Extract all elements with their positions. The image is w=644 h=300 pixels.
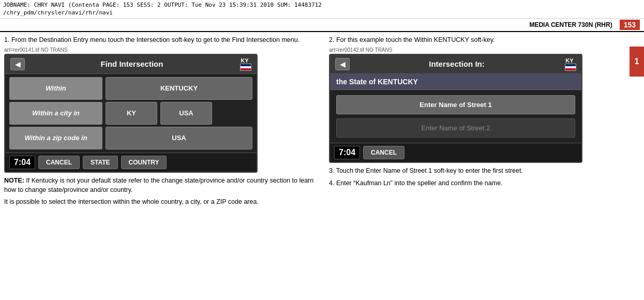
nav-body-1: Within KENTUCKY Within a city in KY USA … bbox=[5, 74, 257, 153]
nav-back-btn-2[interactable]: ◀ bbox=[335, 58, 350, 70]
nav-header-2: ◀ Intersection In: KY bbox=[330, 55, 581, 74]
cancel-btn-2[interactable]: CANCEL bbox=[363, 146, 405, 159]
left-art-label: art=rer00141.tif NO TRANS bbox=[4, 47, 325, 53]
nav-row-city: Within a city in KY USA bbox=[9, 102, 252, 125]
title-bar: MEDIA CENTER 730N (RHR) 153 bbox=[0, 19, 644, 32]
note-text-2: It is possible to select the intersectio… bbox=[4, 197, 325, 207]
left-column: 1. From the Destination Entry menu touch… bbox=[4, 35, 325, 207]
left-instruction: 1. From the Destination Entry menu touch… bbox=[4, 35, 325, 45]
nav-title-2: Intersection In: bbox=[350, 59, 564, 68]
right-instruction: 2. For this example touch the Within KEN… bbox=[329, 35, 634, 45]
nav-bottom-bar-1: 7:04 CANCEL STATE COUNTRY bbox=[5, 153, 257, 172]
page-number: 153 bbox=[620, 20, 640, 30]
nav-flag-area-2: KY bbox=[564, 57, 576, 71]
header-line1: JOBNAME: CHRY NAVI (Contenta PAGE: 153 S… bbox=[3, 1, 641, 9]
main-content: 1. From the Destination Entry menu touch… bbox=[0, 32, 644, 209]
within-label[interactable]: Within bbox=[9, 77, 102, 100]
usa-btn-city[interactable]: USA bbox=[160, 102, 212, 125]
step4-text: 4. Enter “Kaufman Ln” into the speller a… bbox=[329, 178, 634, 188]
street1-btn[interactable]: Enter Name of Street 1 bbox=[336, 95, 575, 114]
ky-flag-2 bbox=[565, 64, 576, 71]
nav-screen-2: ◀ Intersection In: KY the State of KENTU… bbox=[329, 54, 582, 163]
street2-btn: Enter Name of Street 2 bbox=[336, 118, 575, 138]
note-text: NOTE: If Kentucky is not your default st… bbox=[4, 176, 325, 196]
title-label: MEDIA CENTER 730N (RHR) bbox=[529, 21, 612, 28]
kentucky-btn[interactable]: KENTUCKY bbox=[106, 77, 252, 100]
nav-time-1: 7:04 bbox=[9, 156, 35, 169]
nav-bottom-bar-2: 7:04 CANCEL bbox=[330, 143, 581, 162]
country-btn[interactable]: COUNTRY bbox=[121, 156, 167, 169]
ky-label-1: KY bbox=[241, 57, 248, 64]
page-tab: 1 bbox=[630, 47, 644, 77]
step3-text: 3. Touch the Enter Name of Street 1 soft… bbox=[329, 166, 634, 176]
nav-screen-1: ◀ Find Intersection KY Within KENTUCKY bbox=[4, 54, 258, 173]
nav-header-1: ◀ Find Intersection KY bbox=[5, 55, 257, 74]
ky-label-2: KY bbox=[565, 57, 573, 64]
nav-flag-area-1: KY bbox=[239, 57, 251, 71]
header-bar: JOBNAME: CHRY NAVI (Contenta PAGE: 153 S… bbox=[0, 0, 644, 19]
nav-row-zip: Within a zip code in USA bbox=[9, 127, 252, 149]
note-bold: NOTE: bbox=[4, 177, 24, 184]
nav-body-2: Enter Name of Street 1 Enter Name of Str… bbox=[330, 90, 581, 143]
note-body: If Kentucky is not your default state re… bbox=[4, 177, 313, 194]
nav-back-btn-1[interactable]: ◀ bbox=[10, 58, 25, 70]
header-line2: /chry_pdm/chrysler/navi/rhr/navi bbox=[3, 9, 641, 17]
ky-btn[interactable]: KY bbox=[106, 102, 157, 125]
state-btn[interactable]: STATE bbox=[83, 156, 118, 169]
nav-time-2: 7:04 bbox=[334, 146, 360, 159]
cancel-btn-1[interactable]: CANCEL bbox=[38, 156, 80, 169]
state-header: the State of KENTUCKY bbox=[330, 74, 581, 90]
within-city-label[interactable]: Within a city in bbox=[9, 102, 102, 125]
nav-row-within: Within KENTUCKY bbox=[9, 77, 252, 100]
ky-flag-1 bbox=[240, 64, 251, 71]
right-column: 2. For this example touch the Within KEN… bbox=[329, 35, 634, 207]
nav-title-1: Find Intersection bbox=[25, 59, 239, 68]
within-zip-label[interactable]: Within a zip code in bbox=[9, 127, 102, 149]
usa-btn-zip[interactable]: USA bbox=[106, 127, 252, 149]
right-art-label: art=rer00142.tif NO TRANS bbox=[329, 47, 634, 53]
